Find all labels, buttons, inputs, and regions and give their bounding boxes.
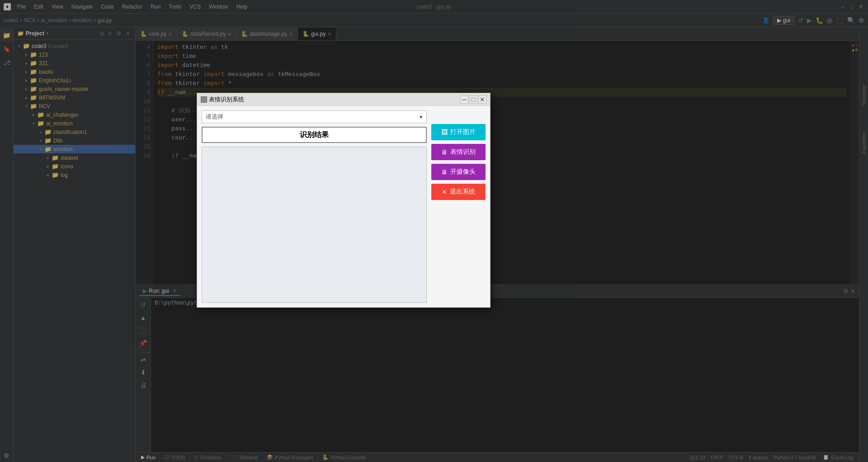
emotion-dropdown[interactable]: 请选择 ▾ — [202, 110, 427, 123]
dialog-maximize-button[interactable]: □ — [469, 95, 477, 104]
result-box: 识别结果 — [202, 127, 427, 143]
open-camera-button[interactable]: 🖥 开摄像头 — [431, 164, 486, 180]
open-image-icon: 🖼 — [441, 129, 448, 136]
dropdown-arrow-icon: ▾ — [420, 114, 423, 120]
dialog-right-panel: 🖼 打开图片 🖥 表情识别 🖥 开摄像头 ✕ 退出系统 — [431, 110, 486, 303]
result-label: 识别结果 — [300, 130, 329, 140]
dialog-title: 表情识别系统 — [209, 95, 458, 104]
open-image-button[interactable]: 🖼 打开图片 — [431, 124, 486, 140]
dialog-close-button[interactable]: ✕ — [478, 95, 486, 104]
exit-button[interactable]: ✕ 退出系统 — [431, 184, 486, 200]
dropdown-placeholder: 请选择 — [206, 113, 223, 121]
exit-icon: ✕ — [442, 188, 447, 195]
dialog: 表情识别系统 ─ □ ✕ 请选择 ▾ 识别结果 — [197, 93, 491, 308]
dialog-controls: ─ □ ✕ — [460, 95, 486, 104]
dialog-body: 请选择 ▾ 识别结果 🖼 打开图片 🖥 表情识别 — [197, 106, 490, 307]
dialog-overlay: 表情识别系统 ─ □ ✕ 请选择 ▾ 识别结果 — [0, 0, 868, 462]
dialog-titlebar: 表情识别系统 ─ □ ✕ — [197, 93, 490, 106]
camera-icon: 🖥 — [441, 168, 448, 176]
recognize-icon: 🖥 — [441, 148, 448, 156]
dialog-minimize-button[interactable]: ─ — [460, 95, 468, 104]
dialog-left-panel: 请选择 ▾ 识别结果 — [202, 110, 427, 303]
dialog-icon — [201, 96, 207, 103]
recognize-button[interactable]: 🖥 表情识别 — [431, 144, 486, 160]
image-display-area — [202, 147, 427, 303]
